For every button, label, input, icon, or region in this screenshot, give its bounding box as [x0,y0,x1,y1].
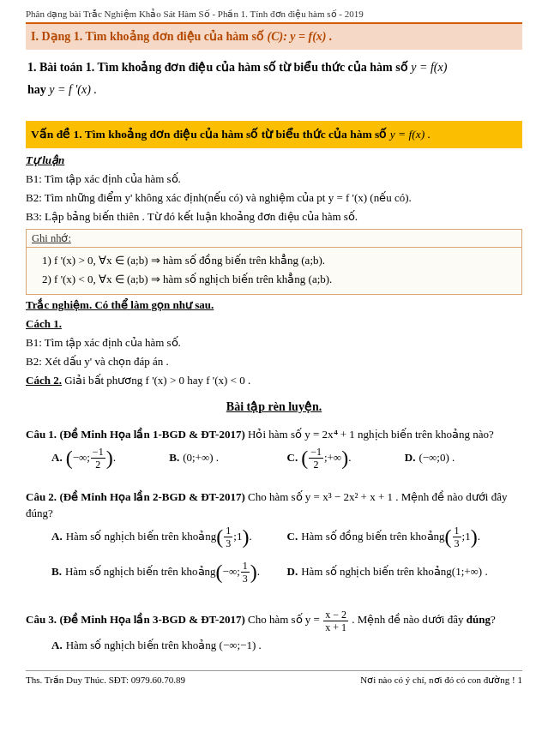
section-dang-1: I. Dạng 1. Tìm khoảng đơn điệu của hàm s… [26,24,522,50]
question-3: Câu 3. (Đề Minh Họa lần 3-BGD & ĐT-2017)… [26,609,522,633]
q1-source: (Đề Minh Họa lần 1-BGD & ĐT-2017) [59,428,244,441]
vande-label: Vấn đề 1. Tìm khoảng đơn điệu của hàm số… [31,128,390,141]
tuluan-label: Tự luận [26,153,522,167]
choice-letter: C. [287,450,298,465]
q2-a-num: 1 [224,525,232,537]
choice-letter: D. [287,564,298,579]
tuluan-b1: B1: Tìm tập xác định của hàm số. [26,172,522,186]
ghinho-body: 1) f '(x) > 0, ∀x ∈ (a;b) ⇒ hàm số đồng … [26,247,522,295]
baitoan-f2: y = f '(x) . [49,83,97,96]
q3-num: Câu 3. [26,613,57,626]
q3-choices: A. Hàm số nghịch biến trên khoảng (−∞;−1… [51,638,522,653]
q2-choice-c: C. Hàm số đồng biến trên khoảng (13;1). [287,525,523,549]
q1-c-right: ;+∞ [324,450,341,465]
baitoan-label: 1. Bài toán 1. Tìm khoảng đơn điệu của h… [27,61,411,74]
q3-dung: đúng [467,613,491,626]
choice-letter: A. [51,450,63,465]
question-1: Câu 1. (Đề Minh Họa lần 1-BGD & ĐT-2017)… [26,426,522,443]
baitoan-1: 1. Bài toán 1. Tìm khoảng đơn điệu của h… [26,50,522,106]
ghinho-item-1: 1) f '(x) > 0, ∀x ∈ (a;b) ⇒ hàm số đồng … [42,251,516,270]
q1-choice-c: C. (−12;+∞). [287,447,405,470]
q1-choice-a: A. (−∞;−12). [51,447,169,470]
exercise-heading: Bài tập rèn luyện. [26,399,522,414]
cach2-line: Cách 2. Giải bất phương f '(x) > 0 hay f… [26,374,522,387]
q2-a-den: 3 [224,537,232,549]
cach1-label: Cách 1. [26,317,522,331]
page-footer: Ths. Trần Duy Thúc. SĐT: 0979.60.70.89 N… [26,670,522,686]
q1-choices: A. (−∞;−12). B. (0;+∞) . C. (−12;+∞). D.… [51,447,522,475]
dang-formula: (C): y = f(x) . [267,30,332,43]
choice-letter: B. [169,450,179,465]
q1-b: (0;+∞) . [183,450,219,465]
q1-choice-d: D. (−∞;0) . [405,447,522,470]
q2-a-pre: Hàm số nghịch biến trên khoảng [66,529,217,544]
q2-b-den: 3 [241,573,250,584]
q2-choice-a: A. Hàm số nghịch biến trên khoảng (13;1)… [51,525,287,549]
q2-source: (Đề Minh Họa lần 2-BGD & ĐT-2017) [59,490,244,503]
vande-formula: y = f(x) . [390,128,431,141]
q2-c-pre: Hàm số đồng biến trên khoảng [301,529,444,544]
ghinho-item-2: 2) f '(x) < 0, ∀x ∈ (a;b) ⇒ hàm số nghịc… [42,270,516,289]
dang-label: I. Dạng 1. Tìm khoảng đơn điệu của hàm s… [31,30,267,43]
tuluan-b2: B2: Tìm những điểm y' không xác định(nếu… [26,191,522,205]
baitoan-hay: hay [27,83,49,96]
q2-b-num: 1 [241,561,250,573]
choice-letter: D. [405,450,416,465]
cach1-b2: B2: Xét dấu y' và chọn đáp án . [26,355,522,369]
q2-b-left: −∞; [223,564,240,579]
footer-right: Nơi nào có ý chí, nơi đó có con đường ! … [360,675,522,686]
q2-d-interval: (1;+∞) . [452,564,488,579]
q3-tail: ? [491,613,496,626]
q2-choice-b: B. Hàm số nghịch biến trên khoảng (−∞;13… [51,561,287,584]
q1-d: (−∞;0) . [419,450,455,465]
cach2-text: Giải bất phương f '(x) > 0 hay f '(x) < … [62,374,250,387]
page-header: Phân dạng bài Trắc Nghiệm Khảo Sát Hàm S… [26,9,522,20]
q2-c-den: 3 [453,537,461,549]
q3-text-pre: Cho hàm số y = [245,613,322,626]
q3-text-post: . Mệnh đề nào dưới đây [349,613,467,626]
q2-c-num: 1 [453,525,461,537]
q3-source: (Đề Minh Họa lần 3-BGD & ĐT-2017) [59,613,244,626]
q2-choices: A. Hàm số nghịch biến trên khoảng (13;1)… [51,525,522,596]
q2-c-right: ;1 [462,529,471,544]
vande-1: Vấn đề 1. Tìm khoảng đơn điệu của hàm số… [26,121,522,148]
q1-c-num: −1 [309,447,323,459]
q3-frac-den: x + 1 [323,621,348,633]
choice-letter: A. [51,529,63,544]
q1-a-den: 2 [93,459,102,470]
q1-c-den: 2 [312,459,321,470]
q1-a-left: −∞; [73,450,90,465]
choice-letter: B. [51,564,62,579]
q2-a-right: ;1 [233,529,242,544]
tuluan-b3: B3: Lập bảng biến thiên . Từ đó kết luận… [26,210,522,224]
q1-num: Câu 1. [26,428,57,441]
footer-left: Ths. Trần Duy Thúc. SĐT: 0979.60.70.89 [26,675,185,686]
q2-num: Câu 2. [26,490,57,503]
tracnghiem-heading: Trắc nghiệm. Có thể làm gọn như sau. [26,298,522,312]
question-2: Câu 2. (Đề Minh Họa lần 2-BGD & ĐT-2017)… [26,489,522,522]
q2-b-pre: Hàm số nghịch biến trên khoảng [65,564,216,579]
q2-choice-d: D. Hàm số nghịch biến trên khoảng (1;+∞)… [287,561,523,584]
q3-choice-a: A. Hàm số nghịch biến trên khoảng (−∞;−1… [51,638,522,653]
q3-a: Hàm số nghịch biến trên khoảng (−∞;−1) . [66,638,262,653]
cach2-label: Cách 2. [26,374,62,387]
ghinho-title: Ghi nhớ: [26,229,522,247]
q1-choice-b: B. (0;+∞) . [169,447,286,470]
q1-text: Hỏi hàm số y = 2x⁴ + 1 nghịch biến trên … [245,428,494,441]
choice-letter: C. [287,529,298,544]
q1-a-num: −1 [91,447,105,459]
cach1-b1: B1: Tìm tập xác định của hàm số. [26,336,522,350]
choice-letter: A. [51,638,63,653]
q2-d-pre: Hàm số nghịch biến trên khoảng [301,564,452,579]
q3-frac-num: x − 2 [323,609,348,621]
baitoan-f1: y = f(x) [411,61,447,74]
